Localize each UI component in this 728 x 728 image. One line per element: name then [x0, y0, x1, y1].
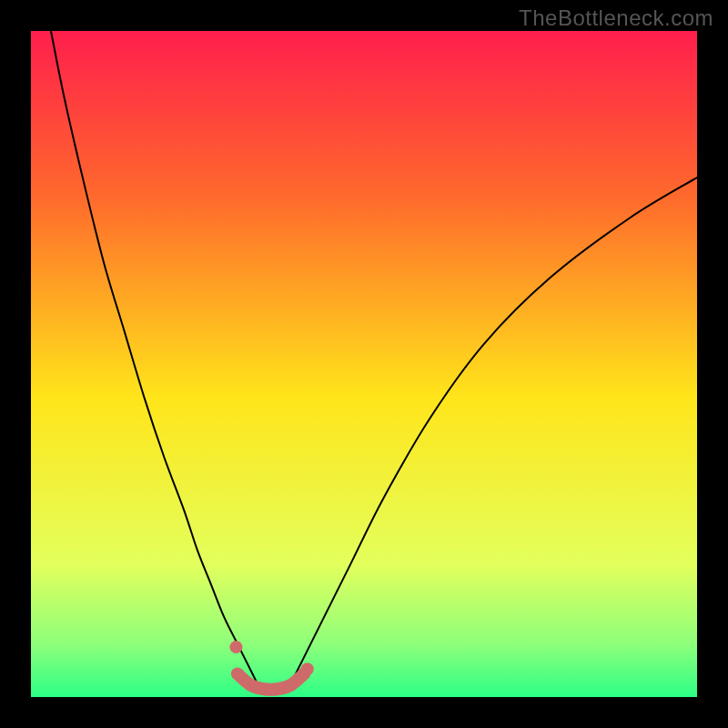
chart-frame: TheBottleneck.com	[0, 0, 728, 728]
chart-svg	[0, 0, 728, 728]
plot-background	[31, 31, 697, 697]
marker-right-dot	[301, 662, 314, 675]
marker-left-dot	[229, 641, 242, 653]
